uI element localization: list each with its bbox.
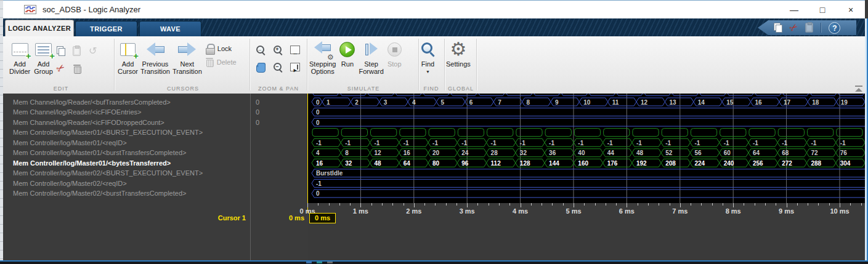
copy-button[interactable] bbox=[57, 46, 65, 56]
toolbar-separator bbox=[821, 23, 821, 33]
copy-icon[interactable] bbox=[774, 23, 782, 33]
signal-row[interactable]: Mem Channel/log/Reader/<icFIFOEntries> bbox=[3, 107, 243, 118]
minimize-button[interactable]: — bbox=[780, 1, 808, 19]
name-value-separator[interactable] bbox=[250, 94, 251, 260]
signal-cursor-value: 0 bbox=[256, 107, 293, 118]
section-global: Settings bbox=[446, 38, 477, 84]
svg-text:56: 56 bbox=[694, 150, 702, 156]
waveform-canvas[interactable]: 01234567891011121314151617181900-1-1-1-1… bbox=[308, 94, 865, 203]
signal-row[interactable]: Mem Controller/log/Master01/<burstTransf… bbox=[3, 148, 243, 158]
help-icon[interactable] bbox=[829, 22, 840, 34]
lock-button[interactable]: Lock bbox=[206, 44, 237, 54]
axis-tick-label: 6 ms bbox=[619, 207, 635, 215]
axis-tick bbox=[595, 203, 596, 206]
stop-icon bbox=[387, 42, 402, 57]
section-simulate: ⚙ Stepping Options Run Step Forward Stop bbox=[309, 38, 416, 84]
step-forward-button[interactable]: Step Forward bbox=[359, 38, 383, 75]
svg-text:4: 4 bbox=[316, 150, 320, 156]
axis-tick bbox=[424, 203, 425, 206]
svg-text:208: 208 bbox=[665, 160, 676, 167]
section-divider bbox=[444, 39, 445, 90]
section-divider bbox=[307, 39, 307, 90]
axis-tick bbox=[680, 203, 681, 207]
svg-text:32: 32 bbox=[345, 160, 352, 167]
cut-button[interactable] bbox=[57, 63, 65, 74]
signal-row[interactable]: Mem Channel/log/Reader/<bufTransfersComp… bbox=[3, 97, 243, 108]
stepping-options-button[interactable]: ⚙ Stepping Options bbox=[309, 38, 336, 75]
delete-cursor-label: Delete bbox=[217, 58, 237, 66]
settings-button[interactable]: Settings bbox=[446, 38, 471, 68]
signal-cursor-value: 0 bbox=[256, 97, 293, 108]
svg-text:3: 3 bbox=[384, 99, 387, 106]
find-button[interactable]: Find bbox=[420, 38, 436, 76]
svg-text:-1: -1 bbox=[316, 180, 322, 187]
paste-icon[interactable] bbox=[805, 23, 813, 33]
zoom-in-time-icon[interactable] bbox=[256, 45, 266, 55]
svg-text:224: 224 bbox=[694, 160, 705, 167]
svg-text:-1: -1 bbox=[578, 140, 583, 146]
axis-tick bbox=[477, 203, 478, 206]
add-cursor-button[interactable]: Add Cursor bbox=[118, 38, 138, 75]
axis-tick bbox=[382, 203, 383, 206]
signal-row[interactable]: Mem Controller/log/Master01/<reqID> bbox=[3, 138, 243, 148]
svg-text:-1: -1 bbox=[461, 140, 467, 146]
paste-button[interactable] bbox=[73, 46, 81, 56]
svg-text:14: 14 bbox=[698, 99, 705, 106]
signal-row[interactable]: Mem Channel/log/Reader/<icFIFODroppedCou… bbox=[3, 118, 243, 128]
run-button[interactable]: Run bbox=[339, 38, 355, 68]
axis-tick-label: 4 ms bbox=[513, 207, 528, 215]
axis-tick bbox=[776, 203, 776, 206]
axis-tick bbox=[691, 203, 691, 206]
axis-tick bbox=[627, 203, 627, 207]
pan-icon[interactable] bbox=[256, 65, 266, 73]
ribbon-tabstrip: LOGIC ANALYZER TRIGGER WAVE bbox=[3, 18, 865, 36]
close-button[interactable]: × bbox=[837, 1, 865, 19]
add-cursor-label: Add Cursor bbox=[118, 60, 138, 75]
tab-trigger[interactable]: TRIGGER bbox=[75, 21, 137, 36]
add-divider-button[interactable]: Add Divider bbox=[9, 38, 30, 75]
svg-text:144: 144 bbox=[549, 160, 559, 167]
next-transition-button[interactable]: Next Transition bbox=[172, 38, 202, 75]
signal-row[interactable]: Mem Controller/log/Master01/<BURST_EXECU… bbox=[3, 127, 243, 138]
delete-cursor-button[interactable]: Delete bbox=[206, 57, 237, 66]
delete-signal-button[interactable] bbox=[73, 64, 81, 73]
stepping-options-icon: ⚙ bbox=[313, 41, 333, 57]
fit-to-view-icon[interactable] bbox=[290, 46, 300, 54]
axis-tick-label: 5 ms bbox=[566, 207, 581, 215]
axis-tick bbox=[446, 203, 447, 206]
svg-text:52: 52 bbox=[665, 150, 673, 156]
zoom-out-icon[interactable] bbox=[273, 62, 283, 73]
svg-text:304: 304 bbox=[840, 160, 851, 167]
section-label-simulate: SIMULATE bbox=[309, 85, 418, 93]
axis-tick bbox=[563, 203, 564, 206]
cursor-value-box[interactable]: 0 ms bbox=[309, 213, 336, 223]
svg-text:BurstIdle: BurstIdle bbox=[316, 170, 343, 177]
signal-row[interactable]: Mem Controller/log/Master02/<reqID> bbox=[3, 178, 243, 189]
previous-transition-button[interactable]: Previous Transition bbox=[140, 38, 170, 75]
signal-row[interactable]: Mem Controller/log/Master01/<bytesTransf… bbox=[3, 158, 243, 169]
stop-button[interactable]: Stop bbox=[387, 38, 402, 68]
svg-text:5: 5 bbox=[440, 99, 444, 106]
tab-logic-analyzer[interactable]: LOGIC ANALYZER bbox=[5, 20, 74, 36]
axis-tick bbox=[360, 203, 361, 207]
collapse-ribbon-icon[interactable] bbox=[854, 86, 864, 92]
stepping-options-label: Stepping Options bbox=[309, 60, 336, 75]
cut-icon[interactable] bbox=[790, 22, 798, 33]
tab-wave[interactable]: WAVE bbox=[139, 21, 201, 36]
maximize-button[interactable]: □ bbox=[808, 1, 837, 19]
add-group-button[interactable]: Add Group bbox=[34, 38, 53, 75]
zoom-to-cursor-icon[interactable] bbox=[290, 63, 300, 71]
svg-text:11: 11 bbox=[612, 99, 619, 106]
svg-text:20: 20 bbox=[432, 150, 440, 156]
run-label: Run bbox=[341, 60, 354, 68]
svg-text:72: 72 bbox=[811, 150, 818, 156]
svg-text:-1: -1 bbox=[549, 140, 554, 146]
signal-row[interactable]: Mem Controller/log/Master02/<BURST_EXECU… bbox=[3, 168, 243, 178]
zoom-in-icon[interactable] bbox=[273, 45, 283, 55]
section-zoom-pan bbox=[252, 38, 306, 84]
svg-text:6: 6 bbox=[469, 99, 473, 106]
axis-tick bbox=[404, 203, 404, 206]
duplicate-button[interactable] bbox=[89, 46, 97, 57]
signal-row[interactable]: Mem Controller/log/Master02/<burstTransf… bbox=[3, 188, 243, 199]
cursor-line[interactable] bbox=[307, 94, 308, 213]
